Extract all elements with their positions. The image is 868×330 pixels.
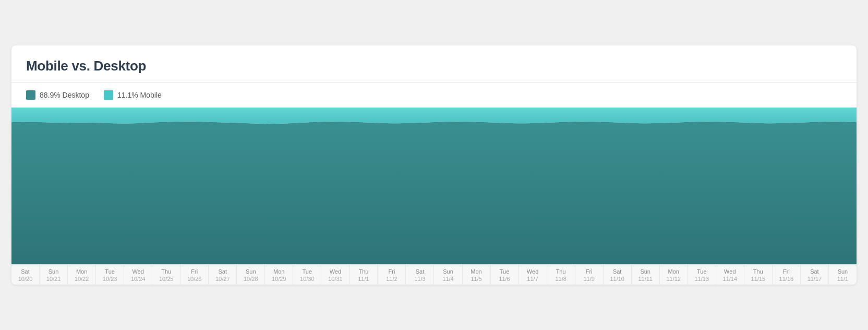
desktop-legend-label: 88.9% Desktop — [40, 91, 89, 99]
x-axis-item: Sun 11/11 — [632, 265, 660, 285]
x-axis-item: Wed 11/7 — [519, 265, 547, 285]
card: Mobile vs. Desktop 88.9% Desktop 11.1% M… — [11, 45, 857, 285]
x-date-label: 10/30 — [294, 275, 320, 282]
x-date-label: 11/1 — [830, 275, 855, 282]
x-date-label: 10/26 — [182, 275, 207, 282]
desktop-swatch — [26, 90, 35, 100]
x-day-label: Mon — [464, 268, 489, 275]
x-axis-item: Wed 11/14 — [716, 265, 744, 285]
x-day-label: Thu — [548, 268, 574, 275]
mobile-legend-item: 11.1% Mobile — [104, 90, 162, 100]
x-date-label: 11/16 — [774, 275, 799, 282]
x-day-label: Sun — [41, 268, 66, 275]
x-day-label: Sun — [435, 268, 461, 275]
x-date-label: 10/23 — [97, 275, 123, 282]
x-day-label: Sat — [605, 268, 630, 275]
x-axis-item: Sun 11/1 — [829, 265, 857, 285]
card-title: Mobile vs. Desktop — [26, 58, 842, 74]
x-day-label: Wed — [322, 268, 348, 275]
x-date-label: 10/20 — [13, 275, 38, 282]
x-axis-item: Tue 10/30 — [293, 265, 321, 285]
x-axis-item: Wed 10/31 — [321, 265, 349, 285]
x-date-label: 11/14 — [717, 275, 743, 282]
card-header: Mobile vs. Desktop — [11, 45, 857, 83]
x-axis-item: Sat 11/10 — [604, 265, 632, 285]
x-day-label: Thu — [745, 268, 771, 275]
chart-area — [11, 108, 857, 264]
x-date-label: 11/11 — [633, 275, 658, 282]
x-date-label: 11/3 — [407, 275, 432, 282]
desktop-legend-item: 88.9% Desktop — [26, 90, 89, 100]
mobile-legend-label: 11.1% Mobile — [117, 91, 162, 99]
x-day-label: Thu — [153, 268, 179, 275]
x-day-label: Tue — [97, 268, 123, 275]
x-day-label: Fri — [576, 268, 602, 275]
x-day-label: Sun — [238, 268, 263, 275]
mobile-swatch — [104, 90, 113, 100]
x-day-label: Sat — [210, 268, 235, 275]
x-axis-item: Sun 10/21 — [40, 265, 68, 285]
x-axis-item: Sun 10/28 — [237, 265, 265, 285]
x-date-label: 11/12 — [661, 275, 686, 282]
x-axis-item: Wed 10/24 — [124, 265, 152, 285]
x-date-label: 10/29 — [266, 275, 292, 282]
x-date-label: 11/13 — [689, 275, 715, 282]
x-date-label: 11/2 — [379, 275, 404, 282]
x-date-label: 11/10 — [605, 275, 630, 282]
x-day-label: Tue — [689, 268, 715, 275]
x-day-label: Thu — [351, 268, 376, 275]
x-date-label: 10/22 — [69, 275, 94, 282]
x-date-label: 11/4 — [435, 275, 461, 282]
x-axis-item: Sat 10/20 — [11, 265, 40, 285]
x-date-label: 10/25 — [153, 275, 179, 282]
x-axis-item: Fri 11/9 — [575, 265, 604, 285]
x-axis-item: Fri 11/16 — [773, 265, 801, 285]
x-axis-item: Thu 11/15 — [744, 265, 773, 285]
x-axis-item: Tue 10/23 — [96, 265, 124, 285]
x-day-label: Sun — [830, 268, 855, 275]
chart-svg — [11, 108, 857, 264]
x-axis-item: Fri 11/2 — [378, 265, 406, 285]
x-axis-item: Sat 10/27 — [209, 265, 237, 285]
x-day-label: Fri — [379, 268, 404, 275]
x-date-label: 10/24 — [125, 275, 151, 282]
x-date-label: 11/1 — [351, 275, 376, 282]
x-axis-item: Mon 10/29 — [265, 265, 293, 285]
x-axis-item: Sat 11/3 — [406, 265, 434, 285]
x-date-label: 11/7 — [520, 275, 546, 282]
x-axis-item: Thu 11/8 — [547, 265, 575, 285]
x-axis-item: Fri 10/26 — [180, 265, 209, 285]
x-day-label: Wed — [520, 268, 546, 275]
x-day-label: Fri — [182, 268, 207, 275]
x-date-label: 11/9 — [576, 275, 602, 282]
x-axis-item: Thu 10/25 — [152, 265, 180, 285]
x-date-label: 10/28 — [238, 275, 263, 282]
x-day-label: Wed — [125, 268, 151, 275]
x-axis-item: Tue 11/6 — [491, 265, 519, 285]
x-date-label: 11/8 — [548, 275, 574, 282]
x-date-label: 11/6 — [492, 275, 517, 282]
x-date-label: 10/21 — [41, 275, 66, 282]
x-day-label: Wed — [717, 268, 743, 275]
x-axis-item: Mon 11/12 — [660, 265, 688, 285]
x-axis-item: Thu 11/1 — [349, 265, 378, 285]
x-axis-item: Mon 10/22 — [68, 265, 96, 285]
x-date-label: 10/31 — [322, 275, 348, 282]
x-day-label: Sun — [633, 268, 658, 275]
x-date-label: 11/5 — [464, 275, 489, 282]
x-day-label: Tue — [492, 268, 517, 275]
x-axis-item: Sat 11/17 — [801, 265, 829, 285]
x-day-label: Sat — [13, 268, 38, 275]
x-axis: Sat 10/20 Sun 10/21 Mon 10/22 Tue 10/23 … — [11, 264, 857, 285]
x-day-label: Mon — [266, 268, 292, 275]
x-day-label: Sat — [802, 268, 827, 275]
x-day-label: Tue — [294, 268, 320, 275]
x-axis-item: Tue 11/13 — [688, 265, 716, 285]
x-date-label: 11/17 — [802, 275, 827, 282]
x-date-label: 11/15 — [745, 275, 771, 282]
x-day-label: Mon — [661, 268, 686, 275]
x-axis-item: Sun 11/4 — [434, 265, 462, 285]
x-date-label: 10/27 — [210, 275, 235, 282]
x-day-label: Mon — [69, 268, 94, 275]
x-day-label: Sat — [407, 268, 432, 275]
